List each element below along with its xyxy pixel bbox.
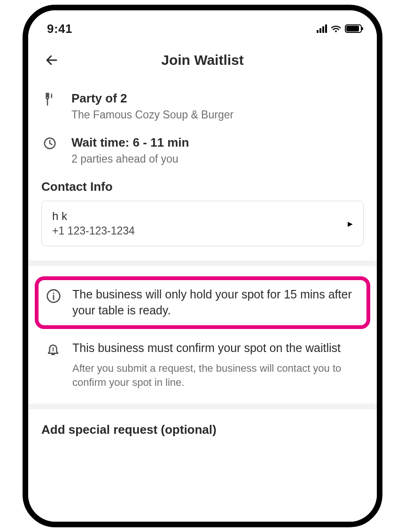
section-divider	[28, 260, 377, 266]
wifi-icon	[331, 24, 341, 33]
confirmation-notice: This business must confirm your spot on …	[28, 337, 377, 390]
wait-time-row: Wait time: 6 - 11 min 2 parties ahead of…	[41, 135, 364, 165]
special-request-heading: Add special request (optional)	[28, 409, 377, 437]
wait-time: Wait time: 6 - 11 min	[71, 135, 364, 150]
page-title: Join Waitlist	[161, 52, 244, 68]
bell-icon	[46, 340, 60, 358]
parties-ahead: 2 parties ahead of you	[71, 153, 364, 165]
party-size: Party of 2	[71, 91, 364, 106]
confirmation-title: This business must confirm your spot on …	[72, 340, 364, 356]
device-frame: 9:41 Join Waitlist	[23, 5, 382, 527]
arrow-left-icon	[45, 53, 59, 67]
contact-name: h k	[52, 210, 135, 223]
battery-icon	[345, 24, 362, 33]
hold-spot-message: The business will only hold your spot fo…	[72, 287, 359, 319]
screen: 9:41 Join Waitlist	[28, 10, 377, 522]
svg-rect-5	[53, 349, 54, 351]
back-button[interactable]	[41, 50, 62, 70]
info-icon	[46, 287, 61, 305]
svg-point-4	[53, 347, 54, 349]
details-section: Party of 2 The Famous Cozy Soup & Burger…	[28, 78, 377, 249]
confirmation-subtext: After you submit a request, the business…	[72, 361, 364, 389]
utensils-icon	[41, 91, 58, 106]
page-header: Join Waitlist	[28, 42, 377, 78]
hold-spot-callout: The business will only hold your spot fo…	[35, 276, 370, 329]
status-time: 9:41	[47, 22, 72, 36]
status-icons	[317, 24, 362, 33]
chevron-right-icon: ▶	[348, 220, 353, 227]
status-bar: 9:41	[28, 10, 377, 42]
restaurant-name: The Famous Cozy Soup & Burger	[71, 109, 364, 121]
contact-info-heading: Contact Info	[41, 180, 364, 194]
section-divider	[28, 404, 377, 409]
svg-rect-3	[53, 295, 55, 300]
clock-icon	[41, 135, 58, 150]
party-row: Party of 2 The Famous Cozy Soup & Burger	[41, 91, 364, 121]
cellular-icon	[317, 24, 327, 33]
svg-point-2	[53, 292, 54, 294]
contact-card[interactable]: h k +1 123-123-1234 ▶	[41, 201, 364, 246]
contact-phone: +1 123-123-1234	[52, 225, 135, 237]
